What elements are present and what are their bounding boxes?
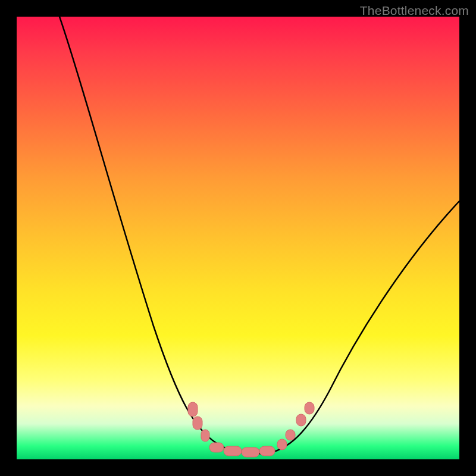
marker-group [188, 402, 314, 457]
watermark-text: TheBottleneck.com [360, 4, 469, 18]
svg-rect-2 [201, 430, 209, 441]
svg-rect-8 [286, 430, 295, 440]
svg-rect-3 [209, 443, 224, 452]
bottleneck-curve [17, 17, 459, 459]
chart-frame: TheBottleneck.com [0, 0, 476, 476]
svg-rect-10 [305, 402, 314, 414]
svg-rect-7 [277, 439, 287, 450]
svg-rect-1 [193, 416, 202, 430]
svg-rect-5 [242, 447, 259, 457]
svg-rect-6 [259, 446, 275, 456]
svg-rect-0 [188, 402, 198, 416]
curve-path [60, 17, 459, 454]
svg-rect-4 [224, 446, 242, 456]
svg-rect-9 [296, 414, 306, 426]
plot-area [17, 17, 459, 459]
